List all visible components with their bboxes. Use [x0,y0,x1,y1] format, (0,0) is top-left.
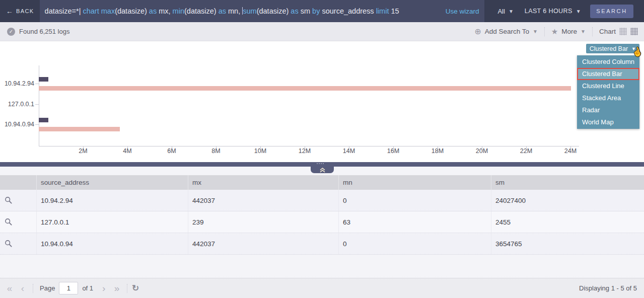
table-header-mx[interactable]: mx [188,175,338,190]
chart-type-option-clustered-bar[interactable]: Clustered Bar [577,68,639,80]
chart-label: Chart [599,28,616,35]
row-search-button[interactable] [0,190,36,211]
pagination-bar: « ‹ Page of 1 › » ↻ Displaying 1 - 5 of … [0,278,644,298]
x-axis-label: 6M [161,147,183,155]
page-of-label: of 1 [82,284,93,292]
table-header-sm[interactable]: sm [491,175,644,190]
chevron-down-icon: ▼ [576,9,581,14]
chevron-down-icon: ▼ [581,29,586,34]
table-body: 10.94.2.94442037024027400127.0.0.1239632… [0,190,644,255]
chevron-down-icon: ▼ [509,9,514,14]
prev-page-button[interactable]: ‹ [16,283,29,293]
use-wizard-link[interactable]: Use wizard [440,8,479,15]
layout-split-icon[interactable] [619,28,627,35]
row-search-button[interactable] [0,233,36,254]
scope-value: All [497,8,505,15]
table-cell-mx: 239 [188,211,338,233]
query-keyword: limit [376,7,389,15]
x-axis [39,146,579,146]
add-search-to-button[interactable]: ⊕ Add Search To ▼ [474,28,538,36]
table-header-mn[interactable]: mn [338,175,491,190]
chart-type-option-radar[interactable]: Radar [577,104,639,116]
table-cell-sm: 24027400 [491,190,644,211]
table-cell-mn: 0 [338,190,491,211]
query-keyword: max [101,7,115,15]
found-text: Found 6,251 logs [19,28,69,35]
chart-type-option-clustered-column[interactable]: Clustered Column [577,56,639,68]
plus-circle-icon: ⊕ [474,28,481,36]
x-axis-label: 18M [426,147,449,155]
query-keyword: min [173,7,184,15]
results-toolbar: ✓ Found 6,251 logs ⊕ Add Search To ▼ ★ M… [0,22,644,41]
query-keyword: as [149,7,157,15]
search-bar: ← BACK datasize=*| chart max(datasize) a… [0,0,644,22]
table-header-row: source_addressmxmnsm [0,175,644,190]
last-page-button[interactable]: » [110,283,123,293]
chart-type-option-clustered-line[interactable]: Clustered Line [577,80,639,92]
page-number-input[interactable] [59,282,78,294]
back-button[interactable]: ← BACK [0,7,40,15]
x-axis-label: 20M [471,147,493,155]
star-icon: ★ [551,28,558,35]
bar-sm-10.94.2.94[interactable] [39,86,571,91]
divider [592,27,593,36]
y-axis-tick [35,124,39,125]
bar-mx-10.94.2.94[interactable] [39,77,48,82]
time-range-value: LAST 6 HOURS [525,8,573,15]
query-keyword: chart [83,7,101,15]
table-header-icon-col [0,175,36,190]
query-text-segment: source_address [320,7,376,15]
splitter-drag-handle[interactable] [317,163,324,164]
chart-type-option-world-map[interactable]: World Map [577,116,639,128]
x-axis-label: 10M [249,147,271,155]
table-cell-sm: 3654765 [491,233,644,254]
divider [544,27,545,36]
check-icon: ✓ [7,28,15,36]
bar-mx-10.94.0.94[interactable] [39,118,48,122]
layout-grid-icon[interactable] [630,28,638,35]
refresh-icon[interactable]: ↻ [132,284,139,292]
x-axis-label: 24M [559,147,582,155]
chart-type-option-stacked-area[interactable]: Stacked Area [577,92,639,104]
query-text-segment: (datasize) [257,7,291,15]
chart-type-menu: Clustered ColumnClustered BarClustered L… [577,55,639,129]
aggregate-table: source_addressmxmnsm 10.94.2.94442037024… [0,175,644,255]
table-cell-source_address: 127.0.0.1 [36,211,188,233]
add-search-to-label: Add Search To [485,28,529,35]
query-input[interactable]: datasize=*| chart max(datasize) as mx, m… [40,0,484,22]
row-search-button[interactable] [0,211,36,233]
divider [127,284,127,293]
table-cell-mn: 63 [338,211,491,233]
chart-layout-group: Chart [599,28,638,35]
back-arrow-icon: ← [6,7,13,15]
query-text-segment: mn, [226,7,242,15]
next-page-button[interactable]: › [97,283,110,293]
query-text-segment: (datasize) [184,7,219,15]
x-axis-label: 12M [294,147,316,155]
more-button[interactable]: ★ More ▼ [551,28,586,35]
toolbar-actions: ⊕ Add Search To ▼ ★ More ▼ Chart [474,27,638,36]
found-status: ✓ Found 6,251 logs [7,28,69,36]
log-search-app: ← BACK datasize=*| chart max(datasize) a… [0,0,644,298]
chevron-down-icon: ▼ [533,29,538,34]
table-header-source_address[interactable]: source_address [36,175,188,190]
first-page-button[interactable]: « [3,283,16,293]
divider [33,284,33,293]
scope-dropdown[interactable]: All ▼ [497,8,513,15]
query-text: datasize=*| chart max(datasize) as mx, m… [45,7,399,15]
query-keyword: as [219,7,226,15]
back-label: BACK [16,8,34,14]
x-axis-label: 8M [205,147,227,155]
query-keyword: by [312,7,320,15]
x-axis-label: 22M [515,147,537,155]
table-cell-mn: 0 [338,233,491,254]
bar-sm-10.94.0.94[interactable] [39,127,120,131]
more-label: More [561,28,577,35]
query-text-segment: datasize=*| [45,7,83,15]
search-button[interactable]: SEARCH [590,5,633,18]
table-cell-source_address: 10.94.0.94 [36,233,188,254]
collapse-panel-button[interactable] [311,167,334,173]
table-cell-source_address: 10.94.2.94 [36,190,188,211]
table-cell-sm: 2455 [491,211,644,233]
time-range-dropdown[interactable]: LAST 6 HOURS ▼ [525,8,581,15]
